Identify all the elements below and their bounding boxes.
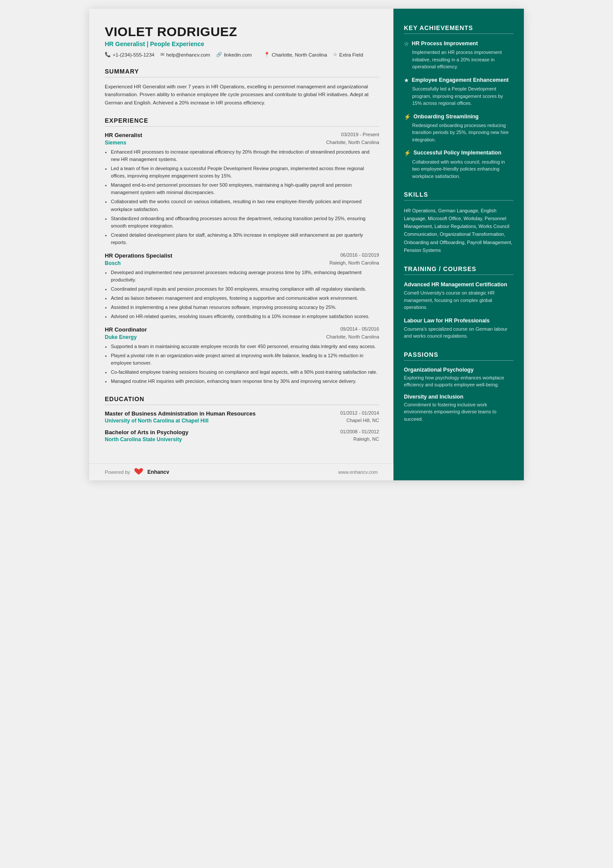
right-column: KEY ACHIEVEMENTS ☆ HR Process Improvemen…: [393, 9, 524, 480]
skills-section: SKILLS HR Operations, German Language, E…: [404, 191, 513, 254]
bullet-2-2: Co-facilitated employee training session…: [111, 369, 379, 376]
job-company-2: Duke Energy: [105, 334, 137, 340]
powered-by-text: Powered by: [105, 469, 130, 475]
achievement-2: ⚡ Onboarding Streamlining Redesigned onb…: [404, 113, 513, 144]
job-header-2: HR Coordinator 09/2014 - 05/2016: [105, 326, 379, 333]
edu-dates-1: 01/2008 - 01/2012: [340, 429, 379, 436]
skills-title: SKILLS: [404, 191, 513, 201]
candidate-name: VIOLET RODRIGUEZ: [105, 24, 379, 39]
job-company-1: Bosch: [105, 260, 121, 266]
star-icon: ☆: [333, 52, 337, 57]
achievements-section: KEY ACHIEVEMENTS ☆ HR Process Improvemen…: [404, 24, 513, 180]
summary-title: SUMMARY: [105, 68, 379, 77]
linkedin-value: linkedin.com: [224, 52, 252, 57]
job-company-0: Siemens: [105, 140, 126, 146]
education-section: EDUCATION Master of Business Administrat…: [105, 395, 379, 442]
achievement-desc-1: Successfully led a People Development pr…: [404, 85, 513, 107]
email-contact: ✉ help@enhancv.com: [160, 52, 210, 57]
achievement-icon-0: ☆: [404, 40, 409, 47]
location-contact: 📍 Charlotte, North Carolina: [264, 52, 327, 57]
achievement-0: ☆ HR Process Improvement Implemented an …: [404, 40, 513, 70]
training-name-0: Advanced HR Management Certification: [404, 281, 513, 288]
bullet-0-2: Managed end-to-end personnel processes f…: [111, 181, 379, 196]
resume-wrapper: VIOLET RODRIGUEZ HR Generalist | People …: [89, 9, 524, 480]
job-location-0: Charlotte, North Carolina: [326, 140, 379, 145]
achievement-title-row-2: ⚡ Onboarding Streamlining: [404, 113, 513, 120]
phone-value: +1-(234)-555-1234: [113, 52, 154, 57]
edu-location-0: Chapel Hill, NC: [346, 418, 379, 424]
bullet-1-2: Acted as liaison between management and …: [111, 295, 379, 302]
training-desc-1: Coursera's specialized course on German …: [404, 325, 513, 340]
achievement-title-2: Onboarding Streamlining: [413, 113, 479, 120]
passion-desc-0: Exploring how psychology enhances workpl…: [404, 374, 513, 389]
phone-icon: 📞: [105, 52, 111, 57]
bullet-0-5: Created detailed development plans for s…: [111, 231, 379, 246]
passion-item-1: Diversity and Inclusion Commitment to fo…: [404, 394, 513, 423]
contact-info: 📞 +1-(234)-555-1234 ✉ help@enhancv.com 🔗…: [105, 52, 379, 57]
resume-footer: Powered by Enhancv www.enhancv.com: [89, 463, 393, 480]
bullet-2-3: Managed routine HR inquiries with precis…: [111, 378, 379, 385]
job-company-row-2: Duke Energy Charlotte, North Carolina: [105, 334, 379, 340]
achievement-1: ★ Employee Engagement Enhancement Succes…: [404, 77, 513, 107]
summary-text: Experienced HR Generalist with over 7 ye…: [105, 83, 379, 107]
job-item-2: HR Coordinator 09/2014 - 05/2016 Duke En…: [105, 326, 379, 385]
left-main: VIOLET RODRIGUEZ HR Generalist | People …: [89, 9, 393, 463]
left-content: VIOLET RODRIGUEZ HR Generalist | People …: [89, 9, 393, 463]
achievement-desc-0: Implemented an HR process improvement in…: [404, 49, 513, 70]
edu-dates-0: 01/2012 - 01/2014: [340, 410, 379, 417]
edu-school-row-0: University of North Carolina at Chapel H…: [105, 418, 379, 424]
bullet-1-3: Assisted in implementing a new global hu…: [111, 304, 379, 311]
bullet-2-0: Supported a team in maintaining accurate…: [111, 343, 379, 350]
edu-degree-1: Bachelor of Arts in Psychology: [105, 429, 340, 436]
edu-item-0: Master of Business Administration in Hum…: [105, 410, 379, 424]
passion-item-0: Organizational Psychology Exploring how …: [404, 367, 513, 389]
extra-value: Extra Field: [339, 52, 363, 57]
achievement-icon-3: ⚡: [404, 150, 411, 156]
job-header-1: HR Operations Specialist 06/2016 - 02/20…: [105, 252, 379, 259]
achievement-title-row-0: ☆ HR Process Improvement: [404, 40, 513, 47]
job-bullets-1: Developed and implemented new personnel …: [111, 269, 379, 320]
edu-school-1: North Carolina State University: [105, 436, 182, 442]
location-value: Charlotte, North Carolina: [272, 52, 327, 57]
edu-degree-0: Master of Business Administration in Hum…: [105, 410, 340, 417]
training-title: TRAINING / COURSES: [404, 265, 513, 275]
job-dates-1: 06/2016 - 02/2019: [340, 252, 379, 258]
achievement-icon-1: ★: [404, 77, 409, 84]
achievement-desc-2: Redesigned onboarding processes reducing…: [404, 122, 513, 144]
achievement-title-3: Successful Policy Implementation: [413, 149, 501, 156]
achievement-title-row-3: ⚡ Successful Policy Implementation: [404, 149, 513, 156]
footer-brand: Powered by Enhancv: [105, 468, 169, 476]
education-title: EDUCATION: [105, 395, 379, 405]
achievement-title-1: Employee Engagement Enhancement: [412, 77, 509, 84]
left-column: VIOLET RODRIGUEZ HR Generalist | People …: [89, 9, 393, 480]
job-company-row-1: Bosch Raleigh, North Carolina: [105, 260, 379, 266]
job-dates-2: 09/2014 - 05/2016: [340, 326, 379, 332]
passion-name-1: Diversity and Inclusion: [404, 394, 513, 400]
job-title-0: HR Generalist: [105, 132, 142, 138]
training-item-1: Labour Law for HR Professionals Coursera…: [404, 317, 513, 340]
passion-name-0: Organizational Psychology: [404, 367, 513, 373]
edu-header-0: Master of Business Administration in Hum…: [105, 410, 379, 417]
job-item-1: HR Operations Specialist 06/2016 - 02/20…: [105, 252, 379, 320]
bullet-1-0: Developed and implemented new personnel …: [111, 269, 379, 284]
edu-item-1: Bachelor of Arts in Psychology 01/2008 -…: [105, 429, 379, 442]
job-company-row-0: Siemens Charlotte, North Carolina: [105, 140, 379, 146]
resume-body: VIOLET RODRIGUEZ HR Generalist | People …: [89, 9, 524, 480]
footer-website: www.enhancv.com: [338, 469, 378, 475]
bullet-1-1: Coordinated payroll inputs and pension p…: [111, 285, 379, 293]
job-bullets-0: Enhanced HR processes to increase operat…: [111, 148, 379, 246]
edu-location-1: Raleigh, NC: [353, 436, 379, 442]
edu-header-1: Bachelor of Arts in Psychology 01/2008 -…: [105, 429, 379, 436]
experience-section: EXPERIENCE HR Generalist 03/2019 - Prese…: [105, 117, 379, 385]
bullet-0-3: Collaborated with the works council on v…: [111, 198, 379, 213]
bullet-0-4: Standardized onboarding and offboarding …: [111, 215, 379, 230]
phone-contact: 📞 +1-(234)-555-1234: [105, 52, 154, 57]
bullet-2-1: Played a pivotal role in an organization…: [111, 352, 379, 367]
email-value: help@enhancv.com: [166, 52, 210, 57]
linkedin-icon: 🔗: [216, 52, 222, 57]
achievement-icon-2: ⚡: [404, 114, 411, 120]
job-location-2: Charlotte, North Carolina: [326, 334, 379, 339]
passion-desc-1: Commitment to fostering inclusive work e…: [404, 401, 513, 423]
achievements-title: KEY ACHIEVEMENTS: [404, 24, 513, 34]
bullet-0-1: Led a team of five in developing a succe…: [111, 165, 379, 180]
